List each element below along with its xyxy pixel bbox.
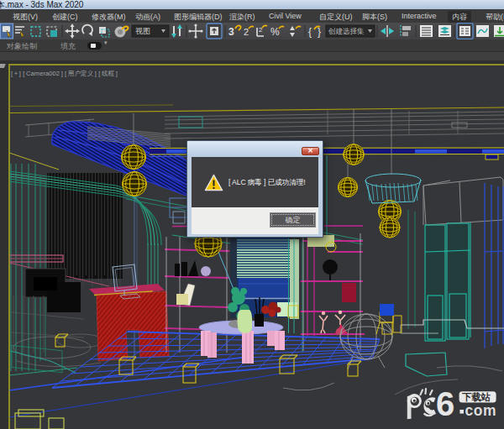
svg-text:2: 2 — [244, 27, 249, 37]
svg-text:%: % — [270, 26, 280, 38]
svg-text:下载站: 下载站 — [462, 392, 491, 402]
svg-text:com: com — [465, 402, 497, 419]
svg-text:3: 3 — [228, 26, 234, 38]
svg-text:{: { — [308, 26, 312, 38]
svg-text:6: 6 — [436, 385, 454, 422]
svg-text:创建选择集: 创建选择集 — [328, 27, 365, 35]
svg-text:视图: 视图 — [135, 27, 150, 35]
svg-text:}: } — [318, 26, 321, 38]
